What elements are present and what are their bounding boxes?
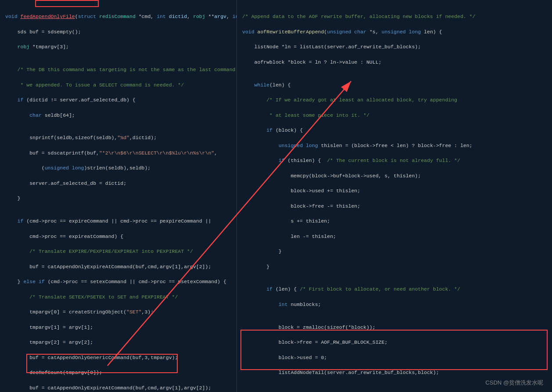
- code-line: buf = catAppendOnlyExpireAtCommand(buf,c…: [5, 263, 231, 270]
- code-line: cmd->proc == expireatCommand) {: [5, 233, 231, 240]
- code-line: listAddNodeTail(server.aof_rewrite_buf_b…: [242, 369, 547, 376]
- code-line: } else if (cmd->proc == setexCommand || …: [5, 278, 231, 285]
- code-line: sds buf = sdsempty();: [5, 28, 231, 36]
- code-line: block->free = AOF_RW_BUF_BLOCK_SIZE;: [242, 338, 547, 346]
- code-line: tmpargv[0] = createStringObject("SET",3)…: [5, 308, 231, 316]
- code-line: /* Append data to the AOF rewrite buffer…: [242, 13, 547, 20]
- code-line: /* Translate SETEX/PSETEX to SET and PEX…: [5, 293, 231, 301]
- right-panel: /* Append data to the AOF rewrite buffer…: [237, 0, 552, 392]
- code-line: tmpargv[1] = argv[1];: [5, 324, 231, 331]
- code-line: buf = sdscatprintf(buf,"*2\r\n$6\r\nSELE…: [5, 149, 231, 157]
- code-line: }: [242, 263, 547, 270]
- code-line: /* If we already got at least an allocat…: [242, 96, 547, 104]
- code-line: if (block) {: [242, 126, 547, 134]
- code-line: block->used = 0;: [242, 354, 547, 361]
- code-line: void feedAppendOnlyFile(struct redisComm…: [5, 13, 231, 20]
- code-line: server.aof_selected_db = dictid;: [5, 180, 231, 187]
- code-line: int numblocks;: [242, 301, 547, 308]
- code-line: /* The DB this command was targeting is …: [5, 66, 231, 73]
- code-line: listNode *ln = listLast(server.aof_rewri…: [242, 43, 547, 50]
- code-line: buf = catAppendOnlyExpireAtCommand(buf,c…: [5, 384, 231, 392]
- code-line: }: [242, 248, 547, 255]
- left-panel: void feedAppendOnlyFile(struct redisComm…: [0, 0, 237, 392]
- code-line: if (thislen) { /* The current block is n…: [242, 157, 547, 164]
- code-line: snprintf(seldb,sizeof(seldb),"%d",dictid…: [5, 134, 231, 141]
- code-line: while(len) {: [242, 81, 547, 89]
- code-line: unsigned long thislen = (block->free < l…: [242, 142, 547, 149]
- code-line: memcpy(block->buf+block->used, s, thisle…: [242, 172, 547, 180]
- code-line: if (len) { /* First block to allocate, o…: [242, 285, 547, 293]
- code-line: block = zmalloc(sizeof(*block));: [242, 324, 547, 331]
- code-line: tmpargv[2] = argv[2];: [5, 338, 231, 346]
- code-line: /* Translate EXPIRE/PEXPIRE/EXPIREAT int…: [5, 248, 231, 255]
- code-line: robj *tmpargv[3];: [5, 43, 231, 50]
- code-line: s += thislen;: [242, 217, 547, 225]
- code-line: void aofRewriteBufferAppend(unsigned cha…: [242, 28, 547, 36]
- code-line: }: [5, 194, 231, 202]
- code-line: (unsigned long)strlen(seldb),seldb);: [5, 164, 231, 172]
- left-code-block: void feedAppendOnlyFile(struct redisComm…: [0, 4, 237, 392]
- code-line: len -= thislen;: [242, 233, 547, 240]
- code-line: buf = catAppendOnlyGenericCommand(buf,3,…: [5, 354, 231, 361]
- watermark: CSDN @贫僧洗发水呢: [485, 379, 543, 387]
- code-line: * we appended. To issue a SELECT command…: [5, 81, 231, 89]
- code-line: block->used += thislen;: [242, 187, 547, 194]
- code-line: aofrwblock *block = ln ? ln->value : NUL…: [242, 58, 547, 66]
- code-line: decRefCount(tmpargv[0]);: [5, 369, 231, 376]
- code-line: if (cmd->proc == expireCommand || cmd->p…: [5, 217, 231, 225]
- code-line: if (dictid != server.aof_selected_db) {: [5, 96, 231, 104]
- right-code-block: /* Append data to the AOF rewrite buffer…: [237, 4, 552, 392]
- code-line: * at least some piece into it. */: [242, 111, 547, 119]
- code-line: block->free -= thislen;: [242, 202, 547, 210]
- code-line: char seldb[64];: [5, 111, 231, 119]
- main-container: void feedAppendOnlyFile(struct redisComm…: [0, 0, 552, 392]
